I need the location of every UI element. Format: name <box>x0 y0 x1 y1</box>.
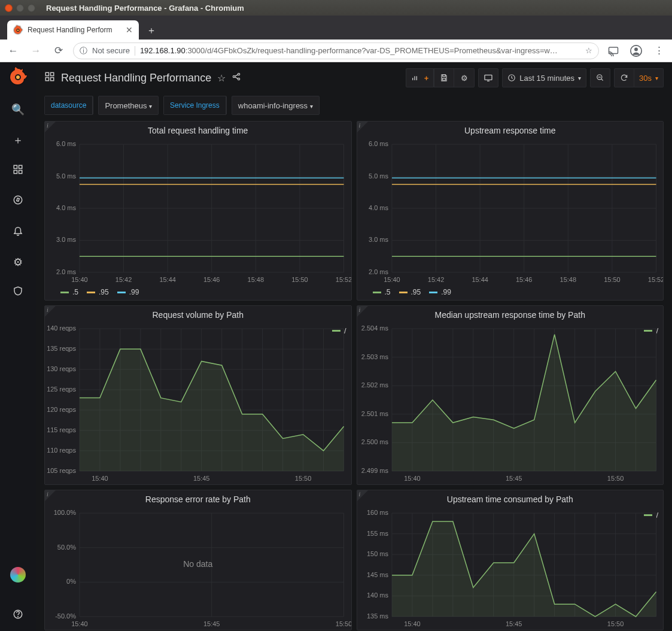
panel-info-icon[interactable] <box>45 122 56 132</box>
svg-text:15:48: 15:48 <box>560 276 576 283</box>
legend-label[interactable]: .95 <box>411 288 421 296</box>
back-button[interactable]: ← <box>5 43 22 59</box>
panel-info-icon[interactable] <box>45 490 56 501</box>
time-range-picker[interactable]: Last 15 minutes ▾ <box>502 68 586 87</box>
panel-plot[interactable]: 105 reqps110 reqps115 reqps120 reqps125 … <box>45 324 351 484</box>
plus-icon[interactable]: ＋ <box>13 133 23 147</box>
panel-plot[interactable]: -50.0%0%50.0%100.0%15:4015:4515:50 No da… <box>45 508 351 630</box>
refresh-button[interactable] <box>614 68 634 87</box>
legend-label[interactable]: .5 <box>385 288 391 296</box>
legend-label[interactable]: .99 <box>441 288 451 296</box>
explore-icon[interactable] <box>13 195 23 208</box>
share-icon[interactable] <box>232 72 241 84</box>
panel-plot[interactable]: 135 ms140 ms145 ms150 ms155 ms160 ms15:4… <box>357 508 664 630</box>
variable-value: whoami-info-ingress <box>238 101 308 110</box>
panel-plot[interactable]: 2.0 ms3.0 ms4.0 ms5.0 ms6.0 ms15:4015:42… <box>45 139 351 286</box>
variable-datasource[interactable]: datasource <box>44 96 93 115</box>
user-avatar[interactable] <box>10 567 26 583</box>
panel-info-icon[interactable] <box>357 490 368 501</box>
panel-info-icon[interactable] <box>45 306 56 317</box>
window-minimize-icon[interactable] <box>16 4 24 12</box>
cast-icon[interactable] <box>605 43 622 59</box>
panel-legend: .5 .95 .99 <box>45 286 351 300</box>
profile-icon[interactable] <box>628 43 644 59</box>
panel-title: Total request handling time <box>45 122 351 139</box>
svg-text:15:44: 15:44 <box>472 276 488 283</box>
legend-label[interactable]: .5 <box>72 288 78 296</box>
svg-rect-7 <box>14 165 17 168</box>
dashboards-icon[interactable] <box>13 164 23 178</box>
svg-rect-17 <box>51 78 54 81</box>
grafana-logo-icon[interactable] <box>8 67 28 86</box>
zoom-out-button[interactable] <box>590 68 610 87</box>
svg-rect-2 <box>609 47 618 54</box>
panel-median-upstream[interactable]: Median upstream response time by Path / … <box>357 305 664 485</box>
reload-button[interactable]: ⟳ <box>50 43 67 59</box>
panel-request-volume[interactable]: Request volume by Path / 105 reqps110 re… <box>44 305 352 485</box>
svg-text:140 ms: 140 ms <box>366 591 388 599</box>
panel-legend: .5 .95 .99 <box>357 286 664 300</box>
svg-text:15:40: 15:40 <box>71 276 87 283</box>
svg-text:15:50: 15:50 <box>295 475 311 482</box>
variable-service-ingress-value[interactable]: whoami-info-ingress ▾ <box>232 96 320 115</box>
legend-label[interactable]: .99 <box>129 288 139 296</box>
dashboards-grid-icon[interactable] <box>44 71 55 84</box>
star-icon[interactable]: ☆ <box>217 72 226 84</box>
tv-mode-button[interactable] <box>478 68 498 87</box>
panel-upstream-response-time[interactable]: Upstream response time 2.0 ms3.0 ms4.0 m… <box>357 121 664 301</box>
help-icon[interactable] <box>13 609 23 623</box>
svg-text:3.0 ms: 3.0 ms <box>56 236 76 243</box>
panel-plot[interactable]: 2.499 ms2.500 ms2.501 ms2.502 ms2.503 ms… <box>357 324 664 484</box>
svg-text:3.0 ms: 3.0 ms <box>369 236 388 243</box>
settings-button[interactable]: ⚙ <box>454 68 475 87</box>
address-bar[interactable]: ⓘ Not secure 192.168.1.90:3000/d/4GFbkOs… <box>73 43 599 59</box>
window-close-icon[interactable] <box>5 4 13 12</box>
browser-tab[interactable]: Request Handling Perform ✕ <box>7 20 139 40</box>
svg-text:105 reqps: 105 reqps <box>47 467 76 474</box>
svg-text:15:40: 15:40 <box>92 475 108 482</box>
svg-text:140 reqps: 140 reqps <box>47 324 76 332</box>
shield-icon[interactable] <box>13 286 23 299</box>
panel-info-icon[interactable] <box>357 306 368 317</box>
svg-text:2.504 ms: 2.504 ms <box>361 324 388 332</box>
star-icon[interactable]: ☆ <box>585 46 592 55</box>
site-info-icon[interactable]: ⓘ <box>80 45 87 56</box>
chevron-down-icon: ▾ <box>655 75 658 81</box>
forward-button[interactable]: → <box>28 43 44 59</box>
gear-icon[interactable]: ⚙ <box>13 256 23 269</box>
legend-label[interactable]: .95 <box>99 288 109 296</box>
svg-text:135 ms: 135 ms <box>366 612 388 620</box>
svg-text:2.500 ms: 2.500 ms <box>361 438 388 445</box>
refresh-interval-picker[interactable]: 30s ▾ <box>634 68 664 87</box>
panel-total-request-time[interactable]: Total request handling time 2.0 ms3.0 ms… <box>44 121 352 301</box>
panel-info-icon[interactable] <box>357 122 368 132</box>
menu-icon[interactable]: ⋮ <box>650 43 667 59</box>
svg-text:110 reqps: 110 reqps <box>47 447 76 454</box>
svg-point-13 <box>18 617 19 617</box>
svg-rect-9 <box>14 171 17 174</box>
svg-rect-23 <box>485 75 492 80</box>
search-icon[interactable]: 🔍 <box>11 103 25 116</box>
panel-upstream-time-consumed[interactable]: Upstream time consumed by Path / 135 ms1… <box>357 490 664 630</box>
svg-text:15:42: 15:42 <box>427 276 443 283</box>
svg-text:15:40: 15:40 <box>384 276 400 283</box>
alert-icon[interactable] <box>13 225 23 239</box>
panel-error-rate[interactable]: Response error rate by Path -50.0%0%50.0… <box>44 490 352 630</box>
new-tab-button[interactable]: ＋ <box>142 22 160 40</box>
tab-close-icon[interactable]: ✕ <box>126 25 133 35</box>
panel-title: Median upstream response time by Path <box>357 306 664 324</box>
variable-label: datasource <box>45 96 93 114</box>
svg-text:2.502 ms: 2.502 ms <box>361 381 388 389</box>
window-maximize-icon[interactable] <box>28 4 35 12</box>
variable-service-ingress[interactable]: Service Ingress <box>163 96 227 115</box>
svg-point-1 <box>17 29 19 31</box>
grafana-sidenav: 🔍 ＋ ⚙ <box>0 62 36 631</box>
chevron-down-icon: ▾ <box>578 75 581 81</box>
add-panel-button[interactable]: + <box>406 68 434 87</box>
save-button[interactable] <box>434 68 454 87</box>
panel-plot[interactable]: 2.0 ms3.0 ms4.0 ms5.0 ms6.0 ms15:4015:42… <box>357 139 664 286</box>
svg-text:15:50: 15:50 <box>604 276 620 283</box>
svg-rect-15 <box>51 72 54 75</box>
svg-text:15:48: 15:48 <box>248 276 264 283</box>
variable-datasource-value[interactable]: Prometheus ▾ <box>98 96 159 115</box>
